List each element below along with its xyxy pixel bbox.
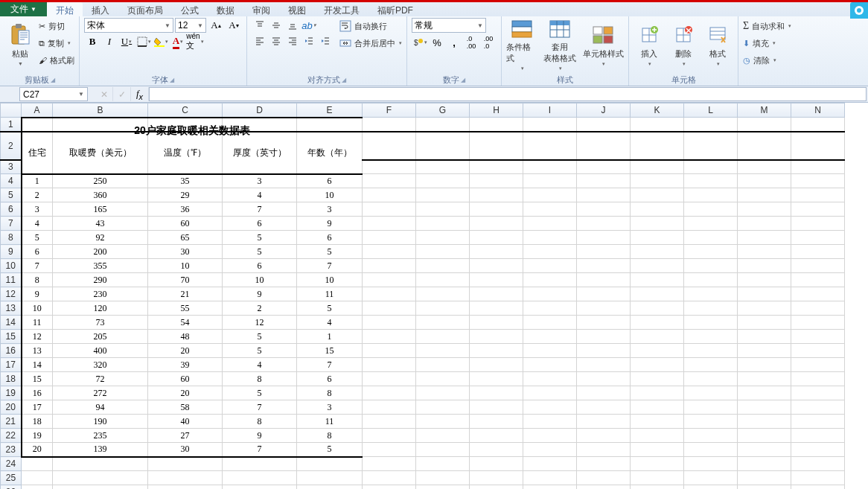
row-header-10[interactable]: 10: [1, 259, 22, 273]
conditional-format-button[interactable]: 条件格式▾: [506, 18, 537, 71]
col-header-J[interactable]: J: [577, 103, 631, 118]
row-header-16[interactable]: 16: [1, 344, 22, 358]
confirm-edit-button[interactable]: ✓: [113, 87, 131, 101]
cell-B13[interactable]: 120: [53, 301, 148, 316]
name-box[interactable]: C27▼: [19, 87, 88, 101]
cell-E10[interactable]: 7: [297, 259, 363, 273]
underline-button[interactable]: U▾: [118, 34, 135, 49]
cut-button[interactable]: ✂剪切: [39, 18, 74, 34]
border-button[interactable]: ▾: [135, 34, 152, 49]
cell-B6[interactable]: 165: [53, 202, 148, 217]
align-right-button[interactable]: [284, 33, 301, 48]
cell-A17[interactable]: 14: [22, 358, 53, 372]
cell-C14[interactable]: 54: [148, 316, 223, 330]
cell-A5[interactable]: 2: [22, 188, 53, 202]
delete-cell-button[interactable]: 删除▾: [668, 18, 699, 71]
align-left-button[interactable]: [252, 33, 268, 48]
tab-formula[interactable]: 公式: [172, 2, 208, 16]
row-header-6[interactable]: 6: [1, 202, 22, 217]
col-header-A[interactable]: A: [22, 103, 53, 118]
cell-D20[interactable]: 7: [223, 400, 297, 415]
increase-decimal-button[interactable]: .0.00: [463, 35, 479, 50]
row-header-24[interactable]: 24: [1, 457, 22, 471]
tab-dev[interactable]: 开发工具: [315, 2, 368, 16]
cell-E13[interactable]: 5: [297, 301, 363, 316]
cell-C22[interactable]: 27: [148, 429, 223, 443]
number-format-select[interactable]: 常规▼: [412, 18, 486, 33]
select-all-corner[interactable]: [1, 103, 22, 118]
col-header-C[interactable]: C: [148, 103, 223, 118]
cell-D23[interactable]: 7: [223, 443, 297, 457]
cell-A21[interactable]: 18: [22, 415, 53, 429]
row-header-11[interactable]: 11: [1, 273, 22, 287]
cell-B19[interactable]: 272: [53, 386, 148, 400]
cancel-edit-button[interactable]: ✕: [95, 87, 113, 101]
cell-A13[interactable]: 10: [22, 301, 53, 316]
cell-C15[interactable]: 48: [148, 330, 223, 344]
cell-C10[interactable]: 10: [148, 259, 223, 273]
cell-A4[interactable]: 1: [22, 174, 53, 188]
cell-D12[interactable]: 9: [223, 287, 297, 301]
col-header-G[interactable]: G: [416, 103, 470, 118]
cell-A23[interactable]: 20: [22, 443, 53, 457]
cell-C16[interactable]: 20: [148, 344, 223, 358]
cell-D4[interactable]: 3: [223, 174, 297, 188]
cell-E7[interactable]: 9: [297, 217, 363, 231]
autosum-button[interactable]: Σ自动求和▾: [743, 18, 791, 34]
cell-C8[interactable]: 65: [148, 231, 223, 245]
row-header-5[interactable]: 5: [1, 188, 22, 202]
row-header-1[interactable]: 1: [1, 118, 22, 132]
fill-button[interactable]: ⬇填充▾: [743, 35, 791, 51]
row-header-22[interactable]: 22: [1, 429, 22, 443]
tab-view[interactable]: 视图: [279, 2, 315, 16]
cell-E5[interactable]: 10: [297, 188, 363, 202]
cell-C20[interactable]: 58: [148, 400, 223, 415]
dialog-launcher-icon[interactable]: ◢: [51, 77, 55, 83]
cell-E8[interactable]: 6: [297, 231, 363, 245]
cell-E15[interactable]: 1: [297, 330, 363, 344]
cell-A9[interactable]: 6: [22, 245, 53, 259]
cell-E14[interactable]: 4: [297, 316, 363, 330]
italic-button[interactable]: I: [101, 34, 118, 49]
cell-A10[interactable]: 7: [22, 259, 53, 273]
cell-E18[interactable]: 6: [297, 372, 363, 386]
cell-A8[interactable]: 5: [22, 231, 53, 245]
cell-B20[interactable]: 94: [53, 400, 148, 415]
formula-input[interactable]: [149, 87, 867, 101]
cell-B12[interactable]: 230: [53, 287, 148, 301]
cell-D21[interactable]: 8: [223, 415, 297, 429]
wrap-text-button[interactable]: 自动换行: [339, 18, 402, 34]
comma-button[interactable]: ,: [446, 35, 462, 50]
dialog-launcher-icon[interactable]: ◢: [342, 77, 346, 83]
worksheet[interactable]: ABCDEFGHIJKLMN120户家庭取暖相关数据表2住宅取暖费（美元）温度（…: [0, 103, 868, 489]
dialog-launcher-icon[interactable]: ◢: [461, 77, 465, 83]
cell-D6[interactable]: 7: [223, 202, 297, 217]
col-header-B[interactable]: B: [53, 103, 148, 118]
cell-E6[interactable]: 3: [297, 202, 363, 217]
col-header-L[interactable]: L: [684, 103, 738, 118]
align-center-button[interactable]: [268, 33, 284, 48]
cell-D10[interactable]: 6: [223, 259, 297, 273]
cell-C12[interactable]: 21: [148, 287, 223, 301]
tab-review[interactable]: 审阅: [243, 2, 279, 16]
cell-D7[interactable]: 6: [223, 217, 297, 231]
cell-B17[interactable]: 320: [53, 358, 148, 372]
cell-C5[interactable]: 29: [148, 188, 223, 202]
row-header-21[interactable]: 21: [1, 415, 22, 429]
tab-start[interactable]: 开始: [47, 2, 83, 16]
cell-C13[interactable]: 55: [148, 301, 223, 316]
cell-E12[interactable]: 11: [297, 287, 363, 301]
cell-B10[interactable]: 355: [53, 259, 148, 273]
tab-data[interactable]: 数据: [208, 2, 243, 16]
cell-B4[interactable]: 250: [53, 174, 148, 188]
col-header-I[interactable]: I: [523, 103, 577, 118]
col-header-N[interactable]: N: [791, 103, 845, 118]
font-size-select[interactable]: 12▼: [175, 18, 206, 33]
cell-E19[interactable]: 8: [297, 386, 363, 400]
font-color-button[interactable]: A▾: [170, 34, 186, 49]
row-header-20[interactable]: 20: [1, 400, 22, 415]
col-header-H[interactable]: H: [470, 103, 523, 118]
col-header-K[interactable]: K: [631, 103, 684, 118]
cell-D9[interactable]: 5: [223, 245, 297, 259]
cell-C18[interactable]: 60: [148, 372, 223, 386]
